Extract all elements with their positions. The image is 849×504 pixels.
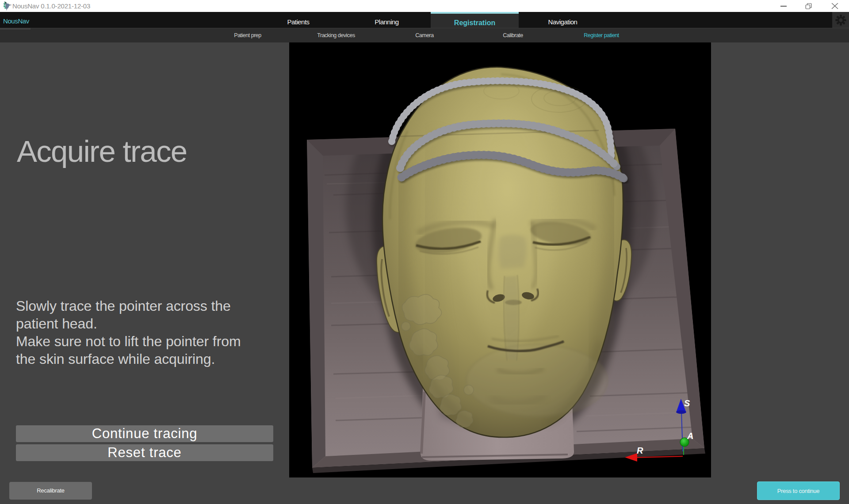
svg-text:A: A xyxy=(687,431,693,441)
svg-text:R: R xyxy=(637,446,643,455)
svg-text:S: S xyxy=(684,398,690,408)
